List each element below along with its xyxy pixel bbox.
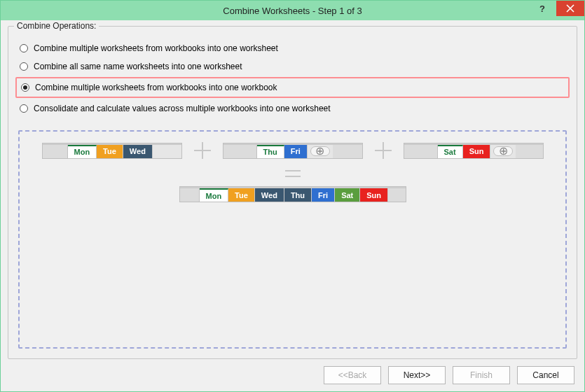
tab-spacer: [388, 188, 405, 202]
grid-icon: [223, 144, 362, 144]
tab-spacer: [333, 145, 362, 158]
sheet-tab-sun: Sun: [463, 145, 491, 158]
sheet-tab-sat: Sat: [438, 145, 463, 158]
option-combine-into-one-workbook[interactable]: Combine multiple worksheets from workboo…: [15, 77, 570, 98]
option-label: Consolidate and calculate values across …: [34, 104, 331, 113]
option-label: Combine multiple worksheets from workboo…: [35, 83, 277, 92]
radio-icon: [20, 62, 28, 71]
plus-icon: [373, 140, 394, 161]
window-title: Combine Worksheets - Step 1 of 3: [1, 6, 584, 16]
next-button[interactable]: Next>>: [388, 366, 446, 384]
operations-group: Combine Operations: Combine multiple wor…: [8, 26, 577, 359]
sheet-tab-mon: Mon: [68, 145, 97, 158]
tabs-row: Thu Fri ⊕: [223, 144, 362, 158]
workbook-preview-result: Mon Tue Wed Thu Fri Sat Sun: [179, 186, 406, 202]
sheet-tab-sun: Sun: [360, 188, 388, 202]
tab-spacer: [43, 145, 68, 158]
sheet-tab-tue: Tue: [97, 145, 123, 158]
window-controls: ?: [528, 1, 584, 20]
tabs-row: Mon Tue Wed Thu Fri Sat Sun: [180, 188, 406, 202]
new-sheet-icon: ⊕: [310, 146, 330, 156]
tabs-row: Sat Sun ⊕: [404, 144, 543, 158]
finish-button[interactable]: Finish: [453, 366, 510, 384]
workbook-preview-2: Thu Fri ⊕: [223, 143, 363, 159]
cancel-button[interactable]: Cancel: [517, 366, 574, 384]
radio-icon: [20, 104, 28, 113]
sheet-tab-mon: Mon: [200, 188, 229, 202]
sheet-tab-thu: Thu: [284, 188, 312, 202]
option-consolidate-calculate[interactable]: Consolidate and calculate values across …: [18, 99, 567, 118]
sheet-tab-tue: Tue: [228, 188, 255, 202]
grid-icon: [180, 187, 406, 188]
content-area: Combine Operations: Combine multiple wor…: [1, 20, 584, 391]
preview-area: Mon Tue Wed Thu Fri: [18, 130, 567, 349]
sheet-tab-thu: Thu: [257, 145, 284, 158]
workbook-preview-3: Sat Sun ⊕: [404, 143, 544, 159]
workbook-preview-1: Mon Tue Wed: [42, 143, 182, 159]
sheet-tab-fri: Fri: [312, 188, 335, 202]
tab-spacer: [223, 145, 257, 158]
back-button[interactable]: <<Back: [324, 366, 381, 384]
plus-icon: [192, 140, 213, 161]
group-legend: Combine Operations:: [14, 21, 99, 31]
equals-icon: [282, 167, 303, 181]
option-label: Combine multiple worksheets from workboo…: [34, 43, 278, 53]
titlebar: Combine Worksheets - Step 1 of 3 ?: [1, 1, 584, 20]
tab-spacer: [180, 188, 200, 202]
option-combine-same-name[interactable]: Combine all same name worksheets into on…: [18, 57, 567, 76]
sheet-tab-wed: Wed: [255, 188, 284, 202]
button-row: <<Back Next>> Finish Cancel: [8, 359, 577, 384]
tab-spacer: [404, 145, 438, 158]
radio-icon: [21, 83, 29, 92]
sheet-tab-fri: Fri: [284, 145, 308, 158]
option-label: Combine all same name worksheets into on…: [34, 62, 242, 71]
tabs-row: Mon Tue Wed: [43, 144, 181, 158]
dialog-window: Combine Worksheets - Step 1 of 3 ? Combi…: [0, 0, 585, 392]
preview-top-row: Mon Tue Wed Thu Fri: [34, 140, 551, 161]
help-button[interactable]: ?: [528, 1, 556, 16]
new-sheet-icon: ⊕: [493, 146, 513, 156]
sheet-tab-wed: Wed: [123, 145, 153, 158]
grid-icon: [404, 144, 543, 144]
close-button[interactable]: [556, 1, 584, 16]
sheet-tab-sat: Sat: [335, 188, 360, 202]
radio-icon: [20, 44, 28, 52]
grid-icon: [43, 144, 181, 144]
option-combine-into-one-worksheet[interactable]: Combine multiple worksheets from workboo…: [18, 39, 567, 57]
tab-spacer: [516, 145, 542, 158]
